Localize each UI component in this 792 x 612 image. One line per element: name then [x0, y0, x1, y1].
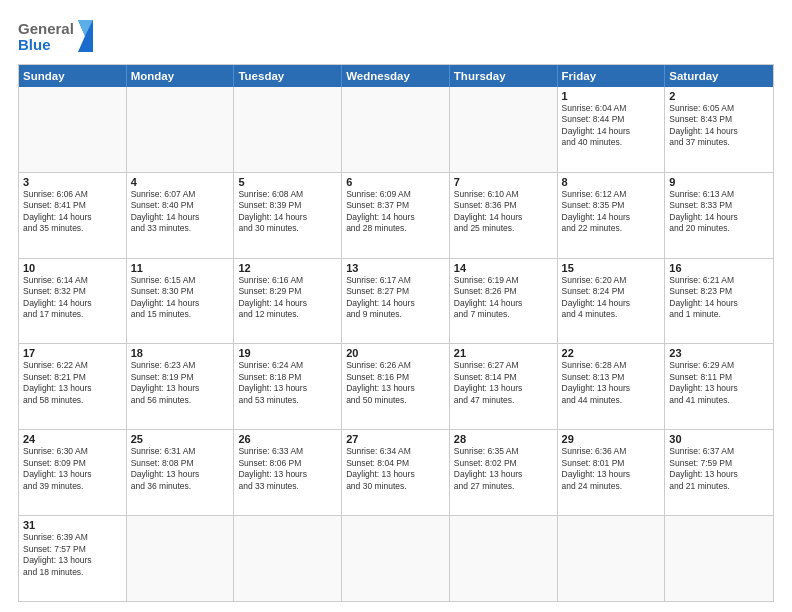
cal-cell: 2Sunrise: 6:05 AM Sunset: 8:43 PM Daylig…: [665, 87, 773, 172]
day-info: Sunrise: 6:27 AM Sunset: 8:14 PM Dayligh…: [454, 360, 553, 406]
day-number: 14: [454, 262, 553, 274]
day-number: 8: [562, 176, 661, 188]
calendar: SundayMondayTuesdayWednesdayThursdayFrid…: [18, 64, 774, 602]
cal-cell: 12Sunrise: 6:16 AM Sunset: 8:29 PM Dayli…: [234, 259, 342, 344]
day-number: 18: [131, 347, 230, 359]
day-info: Sunrise: 6:05 AM Sunset: 8:43 PM Dayligh…: [669, 103, 769, 149]
cal-cell: [234, 87, 342, 172]
cal-cell: [558, 516, 666, 601]
day-info: Sunrise: 6:17 AM Sunset: 8:27 PM Dayligh…: [346, 275, 445, 321]
cal-cell: [234, 516, 342, 601]
cal-week-3: 17Sunrise: 6:22 AM Sunset: 8:21 PM Dayli…: [19, 343, 773, 429]
day-number: 28: [454, 433, 553, 445]
day-info: Sunrise: 6:12 AM Sunset: 8:35 PM Dayligh…: [562, 189, 661, 235]
day-number: 26: [238, 433, 337, 445]
cal-cell: [127, 516, 235, 601]
day-info: Sunrise: 6:19 AM Sunset: 8:26 PM Dayligh…: [454, 275, 553, 321]
day-info: Sunrise: 6:13 AM Sunset: 8:33 PM Dayligh…: [669, 189, 769, 235]
cal-cell: [450, 516, 558, 601]
day-info: Sunrise: 6:15 AM Sunset: 8:30 PM Dayligh…: [131, 275, 230, 321]
cal-header-saturday: Saturday: [665, 65, 773, 87]
day-info: Sunrise: 6:08 AM Sunset: 8:39 PM Dayligh…: [238, 189, 337, 235]
day-number: 15: [562, 262, 661, 274]
day-info: Sunrise: 6:07 AM Sunset: 8:40 PM Dayligh…: [131, 189, 230, 235]
cal-cell: 6Sunrise: 6:09 AM Sunset: 8:37 PM Daylig…: [342, 173, 450, 258]
cal-cell: 24Sunrise: 6:30 AM Sunset: 8:09 PM Dayli…: [19, 430, 127, 515]
day-info: Sunrise: 6:20 AM Sunset: 8:24 PM Dayligh…: [562, 275, 661, 321]
cal-cell: 21Sunrise: 6:27 AM Sunset: 8:14 PM Dayli…: [450, 344, 558, 429]
day-number: 25: [131, 433, 230, 445]
day-info: Sunrise: 6:39 AM Sunset: 7:57 PM Dayligh…: [23, 532, 122, 578]
cal-cell: 19Sunrise: 6:24 AM Sunset: 8:18 PM Dayli…: [234, 344, 342, 429]
day-info: Sunrise: 6:28 AM Sunset: 8:13 PM Dayligh…: [562, 360, 661, 406]
day-number: 1: [562, 90, 661, 102]
cal-cell: [665, 516, 773, 601]
day-info: Sunrise: 6:35 AM Sunset: 8:02 PM Dayligh…: [454, 446, 553, 492]
svg-text:Blue: Blue: [18, 36, 51, 53]
day-info: Sunrise: 6:21 AM Sunset: 8:23 PM Dayligh…: [669, 275, 769, 321]
cal-cell: 14Sunrise: 6:19 AM Sunset: 8:26 PM Dayli…: [450, 259, 558, 344]
cal-cell: 18Sunrise: 6:23 AM Sunset: 8:19 PM Dayli…: [127, 344, 235, 429]
day-info: Sunrise: 6:24 AM Sunset: 8:18 PM Dayligh…: [238, 360, 337, 406]
page: GeneralBlue SundayMondayTuesdayWednesday…: [0, 0, 792, 612]
cal-cell: [127, 87, 235, 172]
cal-week-4: 24Sunrise: 6:30 AM Sunset: 8:09 PM Dayli…: [19, 429, 773, 515]
cal-cell: 25Sunrise: 6:31 AM Sunset: 8:08 PM Dayli…: [127, 430, 235, 515]
day-info: Sunrise: 6:14 AM Sunset: 8:32 PM Dayligh…: [23, 275, 122, 321]
day-number: 22: [562, 347, 661, 359]
cal-week-2: 10Sunrise: 6:14 AM Sunset: 8:32 PM Dayli…: [19, 258, 773, 344]
day-info: Sunrise: 6:33 AM Sunset: 8:06 PM Dayligh…: [238, 446, 337, 492]
cal-header-sunday: Sunday: [19, 65, 127, 87]
cal-cell: 8Sunrise: 6:12 AM Sunset: 8:35 PM Daylig…: [558, 173, 666, 258]
cal-cell: 27Sunrise: 6:34 AM Sunset: 8:04 PM Dayli…: [342, 430, 450, 515]
cal-header-wednesday: Wednesday: [342, 65, 450, 87]
cal-cell: [19, 87, 127, 172]
day-number: 10: [23, 262, 122, 274]
day-info: Sunrise: 6:23 AM Sunset: 8:19 PM Dayligh…: [131, 360, 230, 406]
cal-cell: 23Sunrise: 6:29 AM Sunset: 8:11 PM Dayli…: [665, 344, 773, 429]
cal-cell: 26Sunrise: 6:33 AM Sunset: 8:06 PM Dayli…: [234, 430, 342, 515]
cal-cell: 22Sunrise: 6:28 AM Sunset: 8:13 PM Dayli…: [558, 344, 666, 429]
day-number: 29: [562, 433, 661, 445]
day-number: 19: [238, 347, 337, 359]
cal-cell: 16Sunrise: 6:21 AM Sunset: 8:23 PM Dayli…: [665, 259, 773, 344]
cal-header-friday: Friday: [558, 65, 666, 87]
day-info: Sunrise: 6:37 AM Sunset: 7:59 PM Dayligh…: [669, 446, 769, 492]
day-info: Sunrise: 6:29 AM Sunset: 8:11 PM Dayligh…: [669, 360, 769, 406]
day-number: 16: [669, 262, 769, 274]
logo: GeneralBlue: [18, 18, 98, 54]
day-number: 3: [23, 176, 122, 188]
day-number: 7: [454, 176, 553, 188]
day-number: 17: [23, 347, 122, 359]
cal-cell: [342, 516, 450, 601]
cal-cell: [342, 87, 450, 172]
cal-week-0: 1Sunrise: 6:04 AM Sunset: 8:44 PM Daylig…: [19, 87, 773, 172]
day-number: 6: [346, 176, 445, 188]
day-number: 4: [131, 176, 230, 188]
day-number: 11: [131, 262, 230, 274]
cal-cell: 31Sunrise: 6:39 AM Sunset: 7:57 PM Dayli…: [19, 516, 127, 601]
cal-cell: 4Sunrise: 6:07 AM Sunset: 8:40 PM Daylig…: [127, 173, 235, 258]
day-info: Sunrise: 6:31 AM Sunset: 8:08 PM Dayligh…: [131, 446, 230, 492]
day-info: Sunrise: 6:10 AM Sunset: 8:36 PM Dayligh…: [454, 189, 553, 235]
cal-header-monday: Monday: [127, 65, 235, 87]
cal-cell: 5Sunrise: 6:08 AM Sunset: 8:39 PM Daylig…: [234, 173, 342, 258]
cal-cell: 11Sunrise: 6:15 AM Sunset: 8:30 PM Dayli…: [127, 259, 235, 344]
cal-cell: 17Sunrise: 6:22 AM Sunset: 8:21 PM Dayli…: [19, 344, 127, 429]
day-number: 23: [669, 347, 769, 359]
generalblue-logo-icon: GeneralBlue: [18, 18, 98, 54]
header: GeneralBlue: [18, 18, 774, 54]
day-number: 27: [346, 433, 445, 445]
cal-cell: 13Sunrise: 6:17 AM Sunset: 8:27 PM Dayli…: [342, 259, 450, 344]
day-info: Sunrise: 6:36 AM Sunset: 8:01 PM Dayligh…: [562, 446, 661, 492]
calendar-header-row: SundayMondayTuesdayWednesdayThursdayFrid…: [19, 65, 773, 87]
day-info: Sunrise: 6:04 AM Sunset: 8:44 PM Dayligh…: [562, 103, 661, 149]
cal-header-tuesday: Tuesday: [234, 65, 342, 87]
day-number: 20: [346, 347, 445, 359]
day-info: Sunrise: 6:22 AM Sunset: 8:21 PM Dayligh…: [23, 360, 122, 406]
cal-cell: 28Sunrise: 6:35 AM Sunset: 8:02 PM Dayli…: [450, 430, 558, 515]
cal-cell: 7Sunrise: 6:10 AM Sunset: 8:36 PM Daylig…: [450, 173, 558, 258]
cal-cell: 1Sunrise: 6:04 AM Sunset: 8:44 PM Daylig…: [558, 87, 666, 172]
day-number: 21: [454, 347, 553, 359]
calendar-body: 1Sunrise: 6:04 AM Sunset: 8:44 PM Daylig…: [19, 87, 773, 601]
